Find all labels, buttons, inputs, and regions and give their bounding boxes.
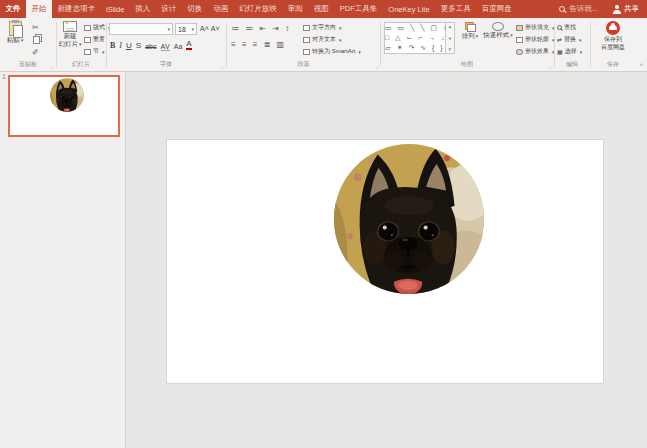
font-size-value: 18 [178, 26, 186, 33]
grow-font-button[interactable]: A˄ [200, 25, 209, 32]
copy-button[interactable] [33, 36, 40, 44]
cut-button[interactable]: ✂ [32, 23, 39, 33]
scroll-up-icon[interactable]: ▲ [448, 24, 452, 29]
shape-fill-button[interactable]: 形状填充 [516, 23, 555, 32]
tab-islide[interactable]: iSlide [101, 0, 130, 18]
dialog-launcher-icon[interactable]: ⌟ [549, 64, 551, 69]
shapes-gallery[interactable]: ▭ ▭ ╲ ╲ ▢ ○ □ △ ⌙ ⌐ → ↓ ▱ ✶ ↷ ∿ { } [384, 22, 446, 54]
font-size-select[interactable]: 18 ▾ [175, 23, 197, 35]
font-color-button[interactable]: A [186, 40, 191, 50]
underline-button[interactable]: U [126, 41, 132, 50]
chevron-down-icon: ▾ [167, 26, 170, 32]
tab-baidu-netdisk[interactable]: 百度网盘 [476, 0, 517, 18]
paragraph-group-label: 段落 [227, 60, 380, 69]
bullets-numbering-indent-icons[interactable]: ≔ ≕ ⇤ ⇥ ↕ [231, 24, 291, 33]
tab-review[interactable]: 审阅 [282, 0, 308, 18]
tab-file[interactable]: 文件 [0, 0, 26, 18]
shape-outline-icon [516, 37, 523, 43]
replace-button[interactable]: ⇄ 替换 [557, 35, 582, 44]
drawing-group: ▭ ▭ ╲ ╲ ▢ ○ □ △ ⌙ ⌐ → ↓ ▱ ✶ ↷ ∿ { } ▲ ▼ … [381, 18, 553, 71]
tab-animations[interactable]: 动画 [208, 0, 234, 18]
shape-effects-button[interactable]: 形状效果 [516, 47, 555, 56]
arrange-button[interactable]: 排列 [459, 22, 481, 40]
tab-home[interactable]: 开始 [26, 0, 52, 18]
tab-pdf-tools[interactable]: PDF工具集 [334, 0, 383, 18]
save-baidu-label-2: 百度网盘 [593, 43, 633, 51]
layout-label: 版式 [93, 23, 105, 32]
powerpoint-window: 文件 开始 新建选项卡 iSlide 插入 设计 切换 动画 幻灯片放映 审阅 … [0, 0, 647, 448]
text-shadow-button[interactable]: S [136, 41, 141, 50]
new-slide-icon [63, 21, 77, 32]
copy-icon [33, 36, 40, 44]
tab-insert[interactable]: 插入 [130, 0, 156, 18]
shapes-row-2[interactable]: □ △ ⌙ ⌐ → ↓ [385, 33, 445, 43]
dialog-launcher-icon[interactable]: ⌟ [376, 64, 378, 69]
shrink-font-button[interactable]: A˅ [211, 25, 220, 32]
slide-thumbnail-panel[interactable]: 1 [0, 72, 126, 448]
align-text-button[interactable]: 对齐文本 [303, 35, 342, 44]
text-direction-icon [303, 25, 310, 31]
align-text-icon [303, 37, 310, 43]
shapes-row-1[interactable]: ▭ ▭ ╲ ╲ ▢ ○ [385, 23, 445, 33]
italic-button[interactable]: I [119, 41, 122, 50]
collapse-ribbon-chevron-icon[interactable]: ˄ [639, 62, 643, 68]
dialog-launcher-icon[interactable]: ⌟ [221, 64, 223, 69]
quick-styles-button[interactable]: 快速样式 [482, 22, 514, 39]
font-group-label: 字体 [107, 60, 225, 69]
font-group: ▾ 18 ▾ A˄ A˅ B I U S abc A̲V̲ Aa A 字体 ⌟ [107, 18, 225, 71]
drawing-group-label: 绘图 [381, 60, 553, 69]
find-label: 查找 [564, 23, 576, 32]
smartart-label: 转换为 SmartArt [312, 47, 355, 56]
gallery-more-icon[interactable]: ⊽ [449, 47, 452, 52]
text-direction-button[interactable]: 文字方向 [303, 23, 342, 32]
section-button[interactable]: 节 [84, 47, 105, 56]
tell-me-search-box[interactable]: 告诉我... [553, 0, 604, 18]
convert-smartart-button[interactable]: 转换为 SmartArt [303, 47, 361, 56]
slide-1-thumbnail[interactable] [8, 75, 120, 137]
scissors-icon: ✂ [32, 23, 39, 33]
arrange-icon [465, 22, 476, 32]
bold-button[interactable]: B [110, 41, 115, 50]
dialog-launcher-icon[interactable]: ⌟ [50, 64, 52, 69]
character-spacing-button[interactable]: A̲V̲ [160, 43, 169, 50]
chevron-down-icon: ▾ [191, 26, 194, 32]
select-button[interactable]: ▦ 选择 [557, 47, 582, 56]
tab-onekey-lite[interactable]: OneKey Lite [383, 0, 435, 18]
shapes-row-3[interactable]: ▱ ✶ ↷ ∿ { } [385, 43, 445, 53]
shape-outline-button[interactable]: 形状轮廓 [516, 35, 555, 44]
share-button[interactable]: 共享 [604, 0, 647, 18]
section-label: 节 [93, 47, 99, 56]
tab-slideshow[interactable]: 幻灯片放映 [234, 0, 283, 18]
reset-label: 重置 [93, 35, 105, 44]
strikethrough-button[interactable]: abc [145, 43, 156, 50]
shapes-gallery-scrollbar[interactable]: ▲ ▼ ⊽ [446, 22, 455, 54]
new-slide-label-1: 新建 [57, 32, 83, 40]
tab-transitions[interactable]: 切换 [182, 0, 208, 18]
reset-button[interactable]: 重置 [84, 35, 105, 44]
save-to-baidu-button[interactable]: 保存到 百度网盘 [593, 21, 633, 51]
smartart-icon [303, 49, 310, 55]
new-slide-label-2: 幻灯片 [57, 40, 83, 48]
tab-view[interactable]: 视图 [308, 0, 334, 18]
find-button[interactable]: 查找 [557, 23, 576, 32]
replace-icon: ⇄ [557, 36, 562, 43]
paste-button[interactable]: 粘贴 [3, 21, 27, 44]
tab-custom[interactable]: 新建选项卡 [52, 0, 101, 18]
clipboard-group: 粘贴 ✂ ✐ 剪贴板 ⌟ [2, 18, 54, 71]
workspace: 1 [0, 72, 647, 448]
ribbon-tab-bar: 文件 开始 新建选项卡 iSlide 插入 设计 切换 动画 幻灯片放映 审阅 … [0, 0, 647, 18]
format-painter-icon: ✐ [32, 48, 39, 58]
align-text-label: 对齐文本 [312, 35, 336, 44]
alignment-icons[interactable]: ≡ ≡ ≡ ≣ ▥ [231, 40, 286, 49]
find-icon [557, 25, 562, 30]
scroll-down-icon[interactable]: ▼ [448, 36, 452, 41]
dog-photo-circle-image[interactable] [333, 143, 485, 295]
change-case-button[interactable]: Aa [174, 43, 183, 50]
shape-effects-label: 形状效果 [525, 47, 549, 56]
format-painter-button[interactable]: ✐ [32, 48, 39, 58]
tab-more-tools[interactable]: 更多工具 [435, 0, 476, 18]
new-slide-button[interactable]: 新建 幻灯片 [57, 21, 83, 48]
slide-canvas[interactable] [167, 140, 603, 383]
tab-design[interactable]: 设计 [156, 0, 182, 18]
font-name-select[interactable]: ▾ [109, 23, 173, 35]
